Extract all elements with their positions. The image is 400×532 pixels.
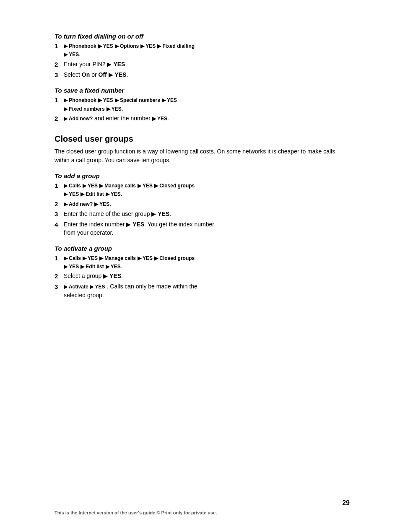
yes-label: ▶ YES	[138, 183, 153, 189]
list-item: 3 Select On or Off ▶ YES.	[55, 70, 348, 80]
list-content: ▶ Add new? and enter the number ▶ YES.	[64, 114, 348, 122]
menu-item: ▶ Closed groups	[154, 183, 195, 189]
list-content: Select a group ▶ YES.	[64, 272, 348, 280]
yes-label: ▶ YES	[83, 255, 98, 261]
menu-item: ▶ Edit list	[81, 264, 104, 270]
list-item: 3 Enter the name of the user group ▶ YES…	[55, 210, 348, 219]
list-number: 2	[55, 272, 64, 281]
menu-item: ▶ Fixed numbers	[64, 106, 105, 112]
list-content: ▶ Add new? ▶ YES.	[64, 200, 348, 208]
punctuation: .	[122, 105, 123, 112]
list-content: Enter the name of the user group ▶ YES.	[64, 210, 348, 218]
list-save-fixed-number: 1 ▶ Phonebook ▶ YES ▶ Special numbers ▶ …	[55, 96, 348, 123]
yes-label: ▶ YES	[64, 264, 79, 270]
punctuation: .	[109, 200, 111, 207]
menu-item: ▶ Add new?	[64, 116, 93, 122]
list-content: Enter your PIN2 ▶ YES.	[64, 60, 348, 68]
punctuation: .	[121, 263, 122, 270]
list-content: ▶ Calls ▶ YES ▶ Manage calls ▶ YES ▶ Clo…	[64, 181, 348, 198]
list-number: 2	[55, 114, 64, 123]
menu-item: ▶ Closed groups	[154, 255, 195, 261]
punctuation: .	[167, 115, 169, 122]
menu-item: ▶ Activate	[64, 284, 88, 290]
list-activate-a-group: 1 ▶ Calls ▶ YES ▶ Manage calls ▶ YES ▶ C…	[55, 254, 348, 299]
menu-item: ▶ Phonebook	[64, 43, 96, 49]
list-item: 1 ▶ Phonebook ▶ YES ▶ Special numbers ▶ …	[55, 96, 348, 113]
menu-item: ▶ Add new?	[64, 201, 93, 207]
yes-label: ▶ YES	[64, 52, 79, 57]
menu-item: ▶ Special numbers	[115, 97, 160, 103]
list-number: 3	[55, 282, 64, 291]
menu-item: ▶ Manage calls	[99, 255, 136, 261]
footer-text: This is the Internet version of the user…	[55, 510, 350, 515]
section-closed-user-groups: Closed user groups The closed user group…	[55, 134, 348, 165]
list-add-a-group: 1 ▶ Calls ▶ YES ▶ Manage calls ▶ YES ▶ C…	[55, 181, 348, 237]
list-item: 1 ▶ Calls ▶ YES ▶ Manage calls ▶ YES ▶ C…	[55, 181, 348, 198]
list-item: 3 ▶ Activate ▶ YES . Calls can only be m…	[55, 282, 348, 299]
page-content: To turn fixed dialling on or off 1 ▶ Pho…	[55, 33, 348, 299]
list-item: 2 ▶ Add new? ▶ YES.	[55, 200, 348, 209]
yes-label: ▶ YES	[106, 106, 122, 112]
list-content: ▶ Phonebook ▶ YES ▶ Options ▶ YES ▶ Fixe…	[64, 42, 348, 59]
list-number: 3	[55, 210, 64, 219]
list-number: 2	[55, 60, 64, 69]
list-number: 1	[55, 181, 64, 190]
list-number: 1	[55, 96, 64, 105]
list-number: 1	[55, 42, 64, 51]
yes-label: ▶ YES	[98, 97, 113, 103]
subsection-title-activate-a-group: To activate a group	[55, 245, 348, 252]
list-item: 1 ▶ Phonebook ▶ YES ▶ Options ▶ YES ▶ Fi…	[55, 42, 348, 59]
subsection-title-add-a-group: To add a group	[55, 172, 348, 179]
yes-label: ▶ YES	[138, 255, 153, 261]
menu-item: ▶ Manage calls	[99, 183, 136, 189]
list-content: Select On or Off ▶ YES.	[64, 70, 348, 79]
list-item: 4 Enter the index number ▶ YES. You get …	[55, 220, 348, 237]
list-content: Enter the index number ▶ YES. You get th…	[64, 220, 348, 237]
yes-label: ▶ YES	[90, 284, 105, 290]
yes-label: ▶ YES	[162, 97, 177, 103]
page-number: 29	[342, 499, 350, 507]
yes-label: ▶ YES	[106, 264, 121, 270]
list-number: 3	[55, 70, 64, 80]
yes-label: ▶ YES	[98, 43, 113, 49]
punctuation: .	[121, 190, 122, 197]
main-section-title-closed-user-groups: Closed user groups	[55, 134, 348, 144]
list-item: 2 Enter your PIN2 ▶ YES.	[55, 60, 348, 69]
menu-item: ▶ Fixed dialling	[157, 43, 195, 49]
list-item: 1 ▶ Calls ▶ YES ▶ Manage calls ▶ YES ▶ C…	[55, 254, 348, 271]
list-turn-fixed-dialling: 1 ▶ Phonebook ▶ YES ▶ Options ▶ YES ▶ Fi…	[55, 42, 348, 79]
list-number: 1	[55, 254, 64, 263]
list-content: ▶ Phonebook ▶ YES ▶ Special numbers ▶ YE…	[64, 96, 348, 113]
yes-label: ▶ YES	[94, 201, 109, 207]
section-save-fixed-number: To save a fixed number 1 ▶ Phonebook ▶ Y…	[55, 87, 348, 123]
menu-item: ▶ Calls	[64, 183, 81, 189]
menu-item: ▶ Phonebook	[64, 97, 96, 103]
yes-label: ▶ YES	[152, 116, 167, 122]
section-activate-a-group: To activate a group 1 ▶ Calls ▶ YES ▶ Ma…	[55, 245, 348, 299]
closed-user-groups-body: The closed user group function is a way …	[55, 147, 348, 165]
punctuation: .	[79, 51, 81, 57]
list-number: 2	[55, 200, 64, 209]
menu-item: ▶ Calls	[64, 255, 81, 261]
list-content: ▶ Calls ▶ YES ▶ Manage calls ▶ YES ▶ Clo…	[64, 254, 348, 271]
section-turn-fixed-dialling: To turn fixed dialling on or off 1 ▶ Pho…	[55, 33, 348, 79]
list-item: 2 Select a group ▶ YES.	[55, 272, 348, 281]
list-number: 4	[55, 220, 64, 229]
normal-text: and enter the number	[94, 115, 151, 122]
yes-label: ▶ YES	[83, 183, 98, 189]
yes-label: ▶ YES	[106, 191, 121, 197]
yes-label: ▶ YES	[64, 191, 79, 197]
menu-item: ▶ Edit list	[81, 191, 104, 197]
section-add-a-group: To add a group 1 ▶ Calls ▶ YES ▶ Manage …	[55, 172, 348, 237]
subsection-title-turn-fixed-dialling: To turn fixed dialling on or off	[55, 33, 348, 40]
subsection-title-save-fixed-number: To save a fixed number	[55, 87, 348, 94]
list-item: 2 ▶ Add new? and enter the number ▶ YES.	[55, 114, 348, 123]
list-content: ▶ Activate ▶ YES . Calls can only be mad…	[64, 282, 348, 299]
menu-item: ▶ Options	[115, 43, 139, 49]
yes-label: ▶ YES	[140, 43, 156, 49]
